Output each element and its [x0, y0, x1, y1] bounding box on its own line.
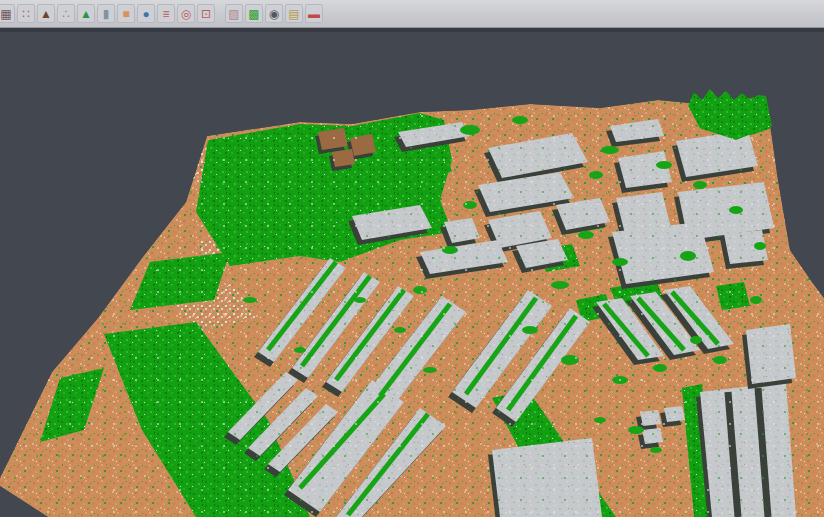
- point-classes-icon-glyph: ∷: [22, 8, 30, 20]
- globe-model-icon[interactable]: ●: [137, 4, 155, 23]
- profile-stack-icon[interactable]: ≡: [157, 4, 175, 23]
- profile-stack-icon-glyph: ≡: [162, 8, 169, 20]
- vegetation-class-icon-glyph: ▲: [80, 8, 92, 20]
- checker-pattern-icon-glyph: ▨: [228, 8, 239, 20]
- classification-palette-icon[interactable]: ▩: [245, 4, 263, 23]
- building-class-icon-glyph: ▮: [103, 8, 110, 20]
- point-classes-icon[interactable]: ∷: [17, 4, 35, 23]
- building-class-icon[interactable]: ▮: [97, 4, 115, 23]
- point-cloud-scene: [0, 28, 824, 517]
- toolbar-separator: [216, 5, 224, 23]
- application-window: ▦∷▲∴▲▮■●≡◎⊡▨▩◉▤▬: [0, 0, 824, 517]
- viewpoint-camera-icon-glyph: ◉: [269, 8, 279, 20]
- main-toolbar: ▦∷▲∴▲▮■●≡◎⊡▨▩◉▤▬: [0, 0, 824, 28]
- terrain-hill-icon-glyph: ▲: [40, 8, 52, 20]
- checker-pattern-icon[interactable]: ▨: [225, 4, 243, 23]
- classify-tool-icon[interactable]: ▦: [0, 4, 15, 23]
- classify-tool-icon-glyph: ▦: [0, 8, 11, 20]
- globe-model-icon-glyph: ●: [142, 8, 149, 20]
- vegetation-class-icon[interactable]: ▲: [77, 4, 95, 23]
- low-points-icon[interactable]: ∴: [57, 4, 75, 23]
- ground-class-icon[interactable]: ■: [117, 4, 135, 23]
- circle-selection-icon[interactable]: ◎: [177, 4, 195, 23]
- fence-selection-icon[interactable]: ⊡: [197, 4, 215, 23]
- low-points-icon-glyph: ∴: [62, 8, 70, 20]
- viewport-top-shade: [0, 28, 824, 32]
- flag-report-icon[interactable]: ▬: [305, 4, 323, 23]
- terrain-hill-icon[interactable]: ▲: [37, 4, 55, 23]
- ground-class-icon-glyph: ■: [122, 8, 129, 20]
- measurement-icon[interactable]: ▤: [285, 4, 303, 23]
- viewpoint-camera-icon[interactable]: ◉: [265, 4, 283, 23]
- classification-palette-icon-glyph: ▩: [248, 8, 259, 20]
- 3d-viewport[interactable]: [0, 28, 824, 517]
- fence-selection-icon-glyph: ⊡: [201, 8, 211, 20]
- circle-selection-icon-glyph: ◎: [181, 8, 191, 20]
- flag-report-icon-glyph: ▬: [308, 8, 320, 20]
- measurement-icon-glyph: ▤: [288, 8, 299, 20]
